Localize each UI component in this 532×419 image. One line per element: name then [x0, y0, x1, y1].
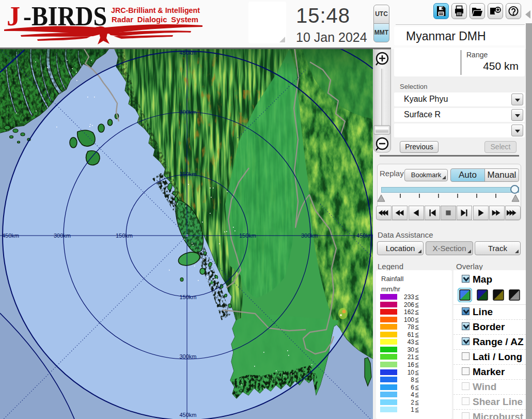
- svg-text:450km: 450km: [356, 232, 373, 239]
- svg-text:300km: 300km: [179, 109, 196, 115]
- svg-text:450km: 450km: [179, 50, 196, 56]
- svg-text:JRC-Brilliant & Intelligent: JRC-Brilliant & Intelligent: [111, 6, 200, 14]
- svg-text:300km: 300km: [179, 353, 196, 360]
- svg-text:150km: 150km: [179, 294, 196, 300]
- svg-text:Radar Dialogic System: Radar Dialogic System: [112, 15, 198, 24]
- svg-text:450km: 450km: [179, 412, 196, 418]
- svg-text:450km: 450km: [2, 232, 19, 239]
- svg-text:150km: 150km: [179, 171, 196, 177]
- svg-text:150km: 150km: [116, 232, 133, 239]
- svg-text:300km: 300km: [301, 232, 318, 239]
- svg-text:J: J: [7, 2, 20, 31]
- svg-text:300km: 300km: [54, 232, 71, 239]
- svg-text:150km: 150km: [239, 232, 256, 239]
